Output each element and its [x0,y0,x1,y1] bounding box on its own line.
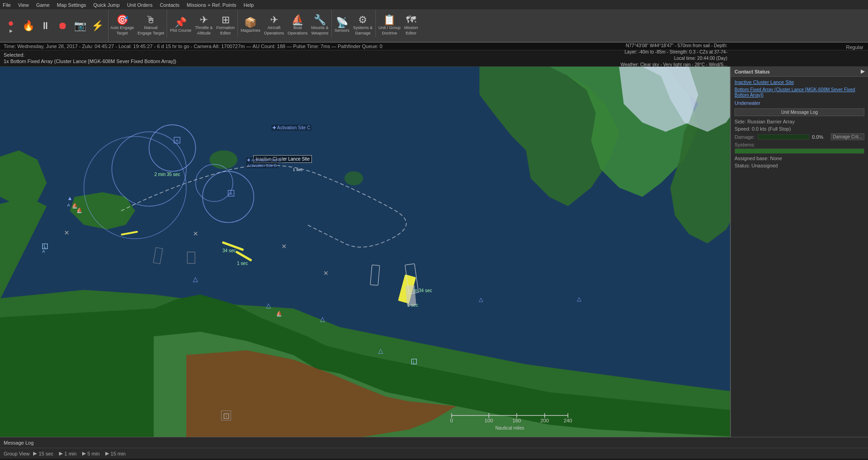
full-name-row: Bottom Fixed Array (Cluster Lance [MGK-6… [735,87,864,98]
menu-view[interactable]: View [18,2,29,8]
speed-value: Speed: 0.0 kts (Full Stop) [735,126,791,132]
svg-text:100: 100 [484,418,493,423]
time-label-3: 1 sec [293,167,303,172]
time-15s-label[interactable]: 15 sec [39,451,53,456]
main-layout: 0 100 160 200 240 Nautical miles Inactiv… [0,67,868,437]
menu-contacts[interactable]: Contacts [160,2,179,8]
fire-button[interactable]: 🔥 [20,10,36,41]
status-row: Status: Unassigned [735,163,864,168]
side-value: Side: Russian Barrier Array [735,119,795,124]
map-area[interactable]: 0 100 160 200 240 Nautical miles Inactiv… [0,67,730,437]
panel-expand-icon[interactable]: ▶ [861,69,864,74]
selected-bar: Selected: 1x Bottom Fixed Array (Cluster… [0,50,868,67]
unit-marker-land[interactable]: L A [42,244,48,254]
svg-point-6 [202,171,254,223]
environment-row: Underwater [735,100,864,106]
sensors-button[interactable]: 📡 Sensors [333,10,351,41]
ship-outline-1 [370,264,380,285]
systems-bar [735,148,864,154]
unit-message-log-button[interactable]: Unit Message Log [735,108,864,116]
auto-engage-button[interactable]: 🎯 Auto Engage Target [108,10,136,41]
svg-text:160: 160 [513,418,521,423]
play-icon-4[interactable]: ▶ [105,450,109,456]
message-log-label[interactable]: Message Log [4,440,34,445]
status-bar: Time: Wednesday, June 28, 2017 - Zulu: 0… [0,43,868,50]
menu-missions[interactable]: Missions + Ref. Points [187,2,236,8]
unit-marker-small-4[interactable]: △ [378,347,383,354]
group-view-label: Group View [4,451,30,456]
menu-help[interactable]: Help [243,2,254,8]
svg-point-2 [345,171,363,186]
time-1m-label[interactable]: 1 min [64,451,77,456]
unit-marker-small-7[interactable]: △ [577,296,581,302]
boat-operations-button[interactable]: ⛵ Boat Operations [286,10,310,41]
unit-marker-a1: A [174,137,180,143]
status-camera: Camera Alt: 1700727m [194,44,245,49]
play-icon-1[interactable]: ▶ [33,450,37,456]
formation-editor-button[interactable]: ⊞ Formation Editor [214,10,237,41]
svg-rect-0 [0,67,730,437]
time-15m-label[interactable]: 15 min [111,451,126,456]
stop-button[interactable]: ⏺ [54,10,71,41]
menu-file[interactable]: File [3,2,11,8]
svg-text:0: 0 [450,418,453,423]
systems-damage-button[interactable]: ⚙ Systems & Damage [351,10,375,41]
time-label-4: 1 sec [237,261,248,266]
play-icon-3[interactable]: ▶ [82,450,86,456]
toolbar-divider-3 [331,10,332,37]
map-coords: N77°43'08" W44°18'47" - 570nm from sail … [621,43,727,49]
aircraft-operations-button[interactable]: ✈ Aircraft Operations [262,10,286,41]
status-pathfinder: Pathfinder Queue: 0 [338,44,382,49]
status-au-count: AU Count: 188 [252,44,285,49]
snapshot-button[interactable]: 📷 [72,10,88,41]
mission-editor-button[interactable]: 🗺 Mission Editor [402,10,420,41]
pause-button[interactable]: ⏸ [37,10,54,41]
time-label-1: 2 min 35 sec [154,172,180,177]
toolbar-divider-4 [375,10,376,37]
cross-marker-1: ✕ [64,229,69,236]
assigned-base-value: Assigned base: None [735,156,782,161]
play-button[interactable]: ● ▶ [3,10,19,41]
damage-crit-button[interactable]: Damage Crit... [831,133,864,140]
waypoint-icon[interactable]: ⊡ [221,411,231,421]
unit-marker-small-6[interactable]: △ [479,296,483,303]
assigned-base-row: Assigned base: None [735,156,864,161]
status-value: Status: Unassigned [735,163,778,168]
selected-unit: 1x Bottom Fixed Array (Cluster Lance [MG… [4,59,176,64]
inactive-site-link[interactable]: Inactive Cluster Lance Site [735,79,794,85]
unit-doctrine-button[interactable]: 📋 Unit / Group Doctrine [377,10,403,41]
menu-map-settings[interactable]: Map Settings [57,2,86,8]
time-5m-label[interactable]: 5 min [88,451,100,456]
bottom-bar: Group View ▶ 15 sec ▶ 1 min ▶ 5 min ▶ 15… [0,448,868,459]
toolbar: ● ▶ 🔥 ⏸ ⏺ 📷 ⚡ 🎯 Auto Engage Target 🖱 Man… [0,10,868,43]
unit-marker-small-2[interactable]: △ [266,302,271,309]
damage-section: Damage: 0.0% Damage Crit... [735,133,864,140]
full-name-link[interactable]: Bottom Fixed Array (Cluster Lance [MGK-6… [735,87,855,98]
unit-marker-a2: A [228,190,234,196]
svg-text:Nautical miles: Nautical miles [495,426,524,431]
menu-game[interactable]: Game [36,2,49,8]
plot-course-button[interactable]: 📌 Plot Course [168,10,193,41]
throttle-altitude-button[interactable]: ✈ Throttle & Altitude [193,10,214,41]
unit-marker-small-3[interactable]: △ [320,315,325,323]
play-icon-2[interactable]: ▶ [59,450,63,456]
svg-point-5 [84,137,187,239]
menu-bar: File View Game Map Settings Quick Jump U… [0,0,868,10]
menu-unit-orders[interactable]: Unit Orders [127,2,153,8]
systems-label: Systems: [735,142,755,147]
map-local-time: Local time: 20:44:00 (Day) [621,55,727,62]
ship-outline-3 [153,247,163,264]
menu-quick-jump[interactable]: Quick Jump [94,2,120,8]
manual-engage-button[interactable]: 🖱 Manual Engage Target [136,10,166,41]
magazines-button[interactable]: 📦 Magazines [239,10,262,41]
unit-marker-small-5[interactable]: ⛵ [276,311,282,317]
unit-marker-3[interactable]: ⛵ [76,207,83,213]
cross-marker-3: ✕ [281,243,287,250]
fast-forward-button[interactable]: ⚡ [89,10,105,41]
unit-marker-land-2[interactable]: L [411,359,417,364]
ship-track-2 [222,241,244,251]
mounts-weapons-button[interactable]: 🔧 Mounts & Weapons [310,10,330,41]
unit-marker-small-1[interactable]: △ [193,275,198,283]
svg-text:200: 200 [540,418,549,423]
playback-controls: ● ▶ 🔥 ⏸ ⏺ 📷 ⚡ [0,10,108,42]
